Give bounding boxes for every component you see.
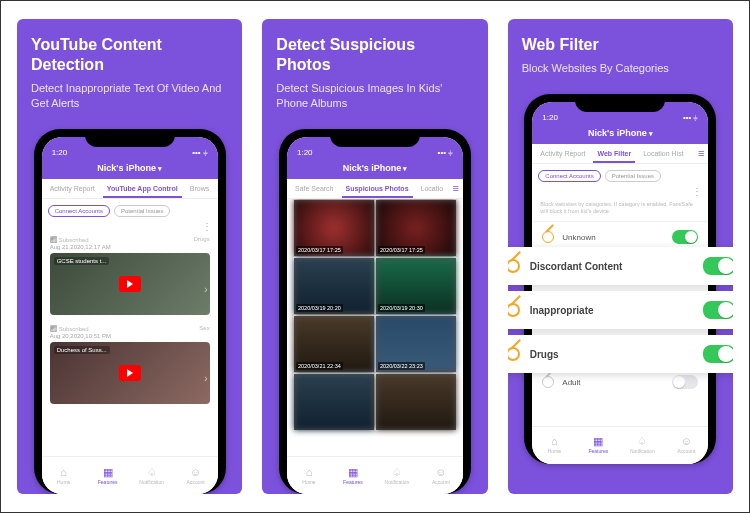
user-icon: ☺ — [681, 436, 692, 447]
photo-thumbnail[interactable]: 2020/03/17 17:25 — [293, 199, 375, 257]
photo-thumbnail[interactable]: 2020/03/19 20:20 — [293, 257, 375, 315]
filter-card-inappropriate[interactable]: Inappropriate — [508, 291, 733, 329]
row-timestamp: Aug 21,2020,12:17 AM — [42, 243, 218, 253]
features-icon: ▦ — [593, 436, 603, 447]
video-thumbnail[interactable]: Duchess of Suss... › — [50, 342, 210, 404]
panel-title: Web Filter — [522, 35, 599, 55]
panel-subtitle: Detect Inappropriate Text Of Video And G… — [31, 81, 228, 111]
row-tag: Sex — [199, 325, 209, 332]
tab-location-history[interactable]: Location Hist — [639, 150, 687, 157]
toggle-switch[interactable] — [703, 345, 733, 363]
filter-card-discordant[interactable]: Discordant Content — [508, 247, 733, 285]
bottom-nav: ⌂Home ▦Features ♤Notification ☺Account — [532, 426, 708, 464]
home-icon: ⌂ — [306, 467, 313, 478]
chip-connect-accounts[interactable]: Connect Accounts — [48, 205, 110, 217]
nav-notification[interactable]: ♤Notification — [375, 457, 419, 494]
phone-screen: 1:20 •••⏚ Nick's iPhone Activity Report … — [42, 137, 218, 494]
chip-connect-accounts[interactable]: Connect Accounts — [538, 170, 600, 182]
phone-notch — [85, 129, 175, 147]
feature-tabs: Activity Report YouTube App Control Brow… — [42, 179, 218, 199]
content-body: 2020/03/17 17:25 2020/03/17 17:25 2020/0… — [287, 199, 463, 456]
device-selector[interactable]: Nick's iPhone — [532, 124, 708, 144]
subscribed-label: Subscribed — [50, 236, 89, 243]
phone-screen: 1:20 •••⏚ Nick's iPhone Safe Search Susp… — [287, 137, 463, 494]
hamburger-icon[interactable]: ≡ — [453, 182, 459, 194]
nav-account[interactable]: ☺Account — [174, 457, 218, 494]
tab-suspicious-photos[interactable]: Suspicious Photos — [342, 179, 413, 198]
chevron-right-icon: › — [204, 284, 207, 295]
feature-tabs: Safe Search Suspicious Photos Locatio ≡ — [287, 179, 463, 199]
row-tag: Drugs — [194, 236, 210, 243]
photo-timestamp: 2020/03/19 20:20 — [296, 304, 343, 312]
nav-account[interactable]: ☺Account — [664, 427, 708, 464]
video-title: Duchess of Suss... — [54, 346, 110, 354]
nav-home[interactable]: ⌂Home — [42, 457, 86, 494]
row-timestamp: Aug 20,2020,10:51 PM — [42, 332, 218, 342]
promo-panel-2: Detect Suspicious Photos Detect Suspicio… — [262, 19, 487, 494]
panel-title: YouTube Content Detection — [31, 35, 228, 75]
toggle-switch[interactable] — [672, 375, 698, 389]
photo-thumbnail[interactable]: 2020/03/22 23:23 — [375, 315, 457, 373]
nav-features[interactable]: ▦Features — [576, 427, 620, 464]
nav-notification[interactable]: ♤Notification — [130, 457, 174, 494]
play-icon — [119, 276, 141, 292]
status-indicators: •••⏚ — [192, 148, 207, 157]
toggle-switch[interactable] — [703, 301, 733, 319]
nav-features[interactable]: ▦Features — [331, 457, 375, 494]
hamburger-icon[interactable]: ≡ — [698, 147, 704, 159]
tab-location[interactable]: Locatio — [417, 185, 448, 192]
tab-web-filter[interactable]: Web Filter — [593, 144, 635, 163]
video-thumbnail[interactable]: GCSE students t... › — [50, 253, 210, 315]
status-time: 1:20 — [542, 113, 558, 122]
more-icon[interactable]: ⋮ — [532, 184, 708, 197]
photo-thumbnail[interactable]: 2020/03/21 22:34 — [293, 315, 375, 373]
chip-potential-issues[interactable]: Potential Issues — [605, 170, 661, 182]
tab-youtube-control[interactable]: YouTube App Control — [103, 179, 182, 198]
play-icon — [119, 365, 141, 381]
block-icon — [508, 259, 520, 273]
photo-timestamp: 2020/03/21 22:34 — [296, 362, 343, 370]
promo-panel-1: YouTube Content Detection Detect Inappro… — [17, 19, 242, 494]
photo-thumbnail[interactable]: 2020/03/17 17:25 — [375, 199, 457, 257]
tab-browser[interactable]: Brows — [186, 185, 213, 192]
chip-potential-issues[interactable]: Potential Issues — [114, 205, 170, 217]
row-head: Subscribed Sex — [42, 321, 218, 332]
tab-safe-search[interactable]: Safe Search — [291, 185, 338, 192]
user-icon: ☺ — [435, 467, 446, 478]
block-icon — [542, 231, 554, 243]
status-time: 1:20 — [297, 148, 313, 157]
toggle-switch[interactable] — [672, 230, 698, 244]
filter-label: Discordant Content — [530, 261, 623, 272]
nav-features[interactable]: ▦Features — [86, 457, 130, 494]
photo-timestamp: 2020/03/17 17:25 — [378, 246, 425, 254]
toggle-switch[interactable] — [703, 257, 733, 275]
block-icon — [542, 376, 554, 388]
nav-account[interactable]: ☺Account — [419, 457, 463, 494]
phone-notch — [330, 129, 420, 147]
feature-tabs: Activity Report Web Filter Location Hist… — [532, 144, 708, 164]
device-selector[interactable]: Nick's iPhone — [42, 159, 218, 179]
screenshot-container: YouTube Content Detection Detect Inappro… — [0, 0, 750, 513]
user-icon: ☺ — [190, 467, 201, 478]
photo-timestamp: 2020/03/19 20:30 — [378, 304, 425, 312]
features-icon: ▦ — [348, 467, 358, 478]
photo-thumbnail[interactable] — [293, 373, 375, 431]
photo-thumbnail[interactable]: 2020/03/19 20:30 — [375, 257, 457, 315]
more-icon[interactable]: ⋮ — [42, 219, 218, 232]
status-time: 1:20 — [52, 148, 68, 157]
nav-notification[interactable]: ♤Notification — [620, 427, 664, 464]
filter-card-drugs[interactable]: Drugs — [508, 335, 733, 373]
device-selector[interactable]: Nick's iPhone — [287, 159, 463, 179]
nav-home[interactable]: ⌂Home — [532, 427, 576, 464]
status-indicators: •••⏚ — [438, 148, 453, 157]
photo-timestamp: 2020/03/22 23:23 — [378, 362, 425, 370]
tab-activity-report[interactable]: Activity Report — [46, 185, 99, 192]
block-icon — [508, 303, 520, 317]
tab-activity-report[interactable]: Activity Report — [536, 150, 589, 157]
photo-thumbnail[interactable] — [375, 373, 457, 431]
nav-home[interactable]: ⌂Home — [287, 457, 331, 494]
panel-title: Detect Suspicious Photos — [276, 35, 473, 75]
video-title: GCSE students t... — [54, 257, 110, 265]
bottom-nav: ⌂Home ▦Features ♤Notification ☺Account — [287, 456, 463, 494]
chevron-right-icon: › — [204, 373, 207, 384]
